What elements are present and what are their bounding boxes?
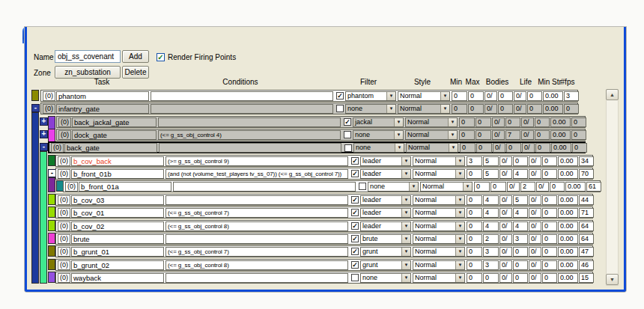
min-field[interactable]: 0: [467, 195, 482, 205]
filter-dropdown[interactable]: none▼: [345, 104, 396, 114]
task-name-field[interactable]: b_cov_03: [71, 195, 164, 205]
task-name-field[interactable]: b_cov_02: [71, 221, 164, 231]
dropdown-arrow-icon[interactable]: ▼: [455, 274, 464, 282]
bodies-field[interactable]: 0: [506, 143, 521, 153]
conditions-field[interactable]: [159, 143, 341, 153]
dropdown-arrow-icon[interactable]: ▼: [401, 222, 410, 230]
life-field[interactable]: 0: [550, 182, 565, 192]
dropdown-arrow-icon[interactable]: ▼: [386, 92, 395, 100]
life-field[interactable]: 0: [527, 91, 542, 101]
min-strength-field[interactable]: 0.00: [558, 169, 578, 179]
filter-dropdown[interactable]: leader▼: [360, 208, 411, 218]
dropdown-arrow-icon[interactable]: ▼: [455, 170, 464, 178]
min-field[interactable]: 0: [467, 234, 482, 244]
conditions-field[interactable]: [165, 234, 348, 244]
filter-dropdown[interactable]: none▼: [353, 143, 404, 153]
dropdown-arrow-icon[interactable]: ▼: [440, 105, 449, 113]
style-dropdown[interactable]: Normal▼: [420, 182, 473, 192]
conditions-field[interactable]: [158, 117, 341, 127]
conditions-field[interactable]: (>= g_ss_obj_control 9): [165, 156, 348, 166]
fps-field[interactable]: 0: [571, 130, 586, 140]
zone-button[interactable]: zn_substation: [55, 66, 121, 79]
min-strength-field[interactable]: 0.00: [558, 260, 578, 270]
bodies-field[interactable]: 5: [513, 195, 528, 205]
task-row-phantom[interactable]: (0)phantom✓phantom▼Normal▼000/00/00.003: [40, 90, 578, 102]
filter-checkbox[interactable]: ✓: [351, 209, 359, 216]
delete-button[interactable]: Delete: [122, 66, 149, 79]
min-field[interactable]: 0: [467, 247, 482, 257]
task-row-back_jackal_gate[interactable]: (0)back_jackal_gate✓jackal▼Normal▼000/00…: [56, 116, 586, 128]
max-field[interactable]: 4: [483, 195, 499, 205]
max-field[interactable]: 0: [476, 117, 491, 127]
filter-checkbox[interactable]: [359, 183, 366, 190]
fps-field[interactable]: 71: [579, 208, 594, 218]
max-field[interactable]: 4: [483, 208, 499, 218]
task-row-b_grunt_01[interactable]: (0)b_grunt_01(<= g_ss_obj_control 7)✓gru…: [55, 245, 593, 257]
life-field[interactable]: 0: [542, 273, 557, 283]
task-name-field[interactable]: dock_gate: [72, 130, 157, 140]
style-dropdown[interactable]: Normal▼: [398, 104, 450, 114]
min-strength-field[interactable]: 0.00: [550, 130, 571, 140]
filter-checkbox[interactable]: ✓: [351, 196, 359, 204]
dropdown-arrow-icon[interactable]: ▼: [401, 235, 410, 243]
filter-dropdown[interactable]: none▼: [368, 182, 419, 192]
fps-field[interactable]: 0: [564, 104, 579, 114]
min-field[interactable]: 0: [452, 91, 467, 101]
fps-field[interactable]: 70: [579, 169, 594, 179]
conditions-field[interactable]: [151, 91, 333, 101]
min-field[interactable]: 0: [474, 182, 490, 192]
task-name-field[interactable]: back_jackal_gate: [72, 117, 157, 127]
fps-field[interactable]: 0: [571, 117, 586, 127]
bodies-field[interactable]: 4: [513, 169, 528, 179]
dropdown-arrow-icon[interactable]: ▼: [401, 196, 410, 204]
filter-dropdown[interactable]: grunt▼: [360, 260, 411, 270]
life-field[interactable]: 0: [542, 208, 557, 218]
task-row-b_grunt_02[interactable]: (0)b_grunt_02(<= g_ss_obj_control 8)✓gru…: [55, 259, 593, 271]
filter-dropdown[interactable]: none▼: [360, 273, 411, 283]
dropdown-arrow-icon[interactable]: ▼: [401, 261, 410, 269]
life-field[interactable]: 0: [535, 143, 550, 153]
style-dropdown[interactable]: Normal▼: [413, 234, 465, 244]
min-field[interactable]: 0: [467, 169, 482, 179]
conditions-field[interactable]: (<= g_ss_obj_control 8): [165, 260, 348, 270]
task-row-brute[interactable]: (0)brute✓brute▼Normal▼020/30/00.0064: [55, 233, 593, 245]
bodies-field[interactable]: 3: [513, 234, 528, 244]
style-dropdown[interactable]: Normal▼: [413, 195, 465, 205]
dropdown-arrow-icon[interactable]: ▼: [455, 222, 464, 230]
filter-dropdown[interactable]: phantom▼: [345, 91, 396, 101]
conditions-field[interactable]: (<= g_ss_obj_control 7): [165, 247, 348, 257]
filter-checkbox[interactable]: ✓: [351, 170, 359, 177]
life-field[interactable]: 0: [535, 117, 550, 127]
conditions-field[interactable]: (<= g_ss_obj_control 4): [158, 130, 341, 140]
fps-field[interactable]: 61: [586, 182, 601, 192]
style-dropdown[interactable]: Normal▼: [413, 169, 465, 179]
dropdown-arrow-icon[interactable]: ▼: [401, 157, 410, 165]
task-row-b_cov_01[interactable]: (0)b_cov_01(<= g_ss_obj_control 7)✓leade…: [55, 206, 593, 218]
fps-field[interactable]: 47: [579, 247, 594, 257]
filter-dropdown[interactable]: leader▼: [360, 221, 411, 231]
dropdown-arrow-icon[interactable]: ▼: [395, 144, 404, 152]
min-field[interactable]: 0: [452, 104, 467, 114]
filter-dropdown[interactable]: leader▼: [360, 195, 411, 205]
bodies-field[interactable]: 4: [513, 221, 528, 231]
min-strength-field[interactable]: 0.00: [543, 104, 563, 114]
min-field[interactable]: 0: [467, 208, 482, 218]
dropdown-arrow-icon[interactable]: ▼: [448, 118, 457, 126]
bodies-field[interactable]: 4: [513, 208, 528, 218]
dropdown-arrow-icon[interactable]: ▼: [401, 274, 410, 282]
filter-checkbox[interactable]: ✓: [351, 157, 359, 165]
max-field[interactable]: 5: [483, 156, 499, 166]
min-strength-field[interactable]: 0.00: [550, 117, 571, 127]
min-strength-field[interactable]: 0.00: [558, 273, 578, 283]
min-field[interactable]: 0: [467, 273, 482, 283]
dropdown-arrow-icon[interactable]: ▼: [394, 118, 403, 126]
fps-field[interactable]: 0: [572, 143, 587, 153]
scroll-down-icon[interactable]: ▼: [606, 274, 619, 285]
conditions-field[interactable]: [151, 104, 333, 114]
task-name-field[interactable]: phantom: [56, 91, 149, 101]
fps-field[interactable]: 3: [564, 91, 579, 101]
filter-dropdown[interactable]: jackal▼: [353, 117, 404, 127]
bodies-field[interactable]: 0: [513, 156, 528, 166]
filter-checkbox[interactable]: [344, 131, 351, 138]
min-field[interactable]: 3: [467, 156, 482, 166]
